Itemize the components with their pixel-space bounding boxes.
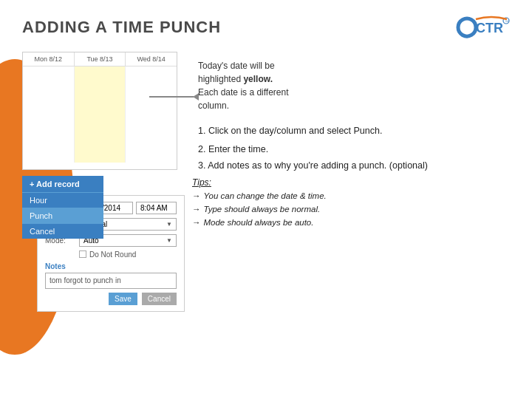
calendar-header-row: Mon 8/12 Tue 8/13 Wed 8/14 [23, 52, 177, 66]
calendar-section: Mon 8/12 Tue 8/13 Wed 8/14 + Add record [22, 52, 185, 174]
notes-section: Notes [45, 262, 177, 289]
cancel-form-button[interactable]: Cancel [142, 293, 177, 305]
main-area: Mon 8/12 Tue 8/13 Wed 8/14 + Add record [22, 52, 510, 174]
form-buttons: Save Cancel [45, 293, 177, 305]
steps-section: 1. Click on the day/column and select Pu… [198, 123, 510, 174]
today-note-line2-prefix: highlighted [198, 74, 243, 84]
logo-area: CTR ™ [451, 13, 510, 41]
col-header-2: Wed 8/14 [126, 52, 177, 66]
do-not-round-checkbox[interactable] [79, 250, 86, 258]
dropdown-cancel[interactable]: Cancel [22, 223, 103, 239]
arrow-line [149, 96, 194, 98]
tip-3-text: Mode should always be auto. [204, 216, 314, 229]
dropdown-hour[interactable]: Hour [22, 192, 103, 208]
mode-arrow: ▼ [166, 237, 172, 244]
today-arrow [149, 93, 199, 100]
add-record-button[interactable]: + Add record [22, 176, 103, 192]
today-note: Today's date will be highlighted yellow.… [198, 59, 510, 112]
tip-3: → Mode should always be auto. [192, 216, 510, 229]
calendar-body [23, 66, 177, 163]
col-header-1: Tue 8/13 [75, 52, 126, 66]
header: ADDING A TIME PUNCH CTR ™ [22, 13, 510, 41]
notes-label: Notes [45, 262, 177, 270]
tip-1-text: You can change the date & time. [204, 189, 327, 202]
checkbox-row: Do Not Round [79, 250, 177, 259]
today-note-line3: Each date is a different [198, 87, 289, 98]
step-2: 2. Enter the time. [198, 141, 510, 158]
step-3: 3. Add notes as to why you're adding a p… [198, 157, 510, 174]
page-title: ADDING A TIME PUNCH [22, 18, 221, 37]
tip-1: → You can change the date & time. [192, 189, 510, 202]
tip-2-text: Type should always be normal. [204, 202, 321, 216]
arrow-head [193, 93, 199, 100]
notes-input[interactable] [45, 273, 177, 289]
tip-1-arrow: → [192, 189, 201, 202]
calendar-mock: Mon 8/12 Tue 8/13 Wed 8/14 [22, 52, 177, 170]
tip-3-arrow: → [192, 216, 201, 229]
tip-2: → Type should always be normal. [192, 202, 510, 216]
cal-col-0[interactable] [23, 66, 75, 163]
today-note-line4: column. [198, 100, 229, 111]
today-note-bold: yellow. [243, 74, 273, 84]
tip-2-arrow: → [192, 202, 201, 216]
save-button[interactable]: Save [109, 293, 137, 305]
description-section: Today's date will be highlighted yellow.… [198, 52, 510, 174]
cal-col-today[interactable] [75, 66, 126, 163]
svg-text:CTR: CTR [476, 21, 503, 35]
cal-col-2[interactable] [126, 66, 177, 163]
punch-time-value[interactable]: 8:04 AM [136, 202, 177, 214]
do-not-round-label: Do Not Round [89, 250, 136, 259]
today-note-line1: Today's date will be [198, 61, 275, 71]
tips-section: Tips: → You can change the date & time. … [192, 177, 510, 230]
dropdown-punch[interactable]: Punch [22, 208, 103, 223]
tips-title: Tips: [192, 177, 510, 188]
ctr-logo: CTR ™ [451, 13, 510, 41]
type-arrow: ▼ [166, 221, 172, 228]
step-1: 1. Click on the day/column and select Pu… [198, 123, 510, 140]
col-header-0: Mon 8/12 [23, 52, 75, 66]
add-record-dropdown: + Add record Hour Punch Cancel [22, 176, 103, 239]
